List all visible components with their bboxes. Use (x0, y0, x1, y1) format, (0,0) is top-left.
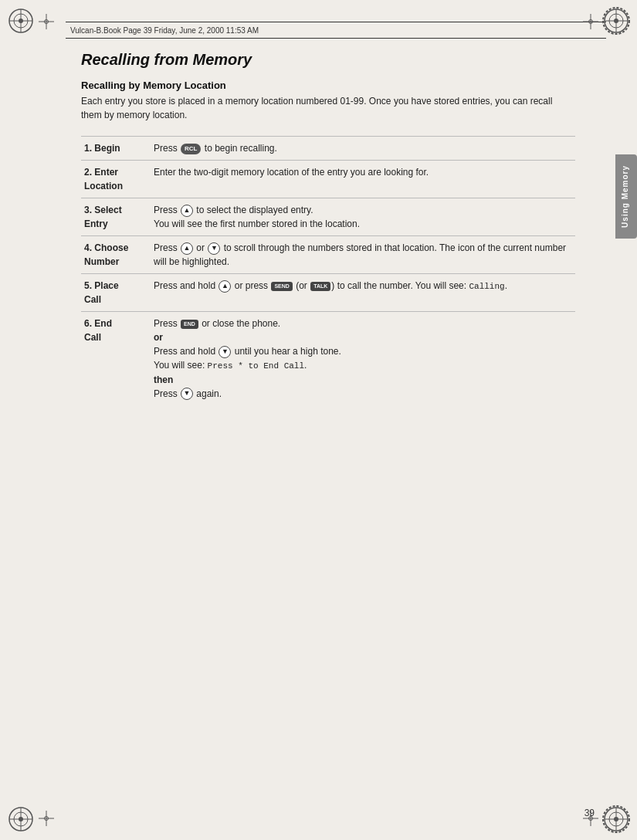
step-label-5: 5. PlaceCall (81, 274, 151, 312)
crosshair-bl (39, 811, 54, 826)
talk-button-icon: TALK (310, 282, 330, 292)
table-row: 6. EndCall Press END or close the phone.… (81, 312, 575, 405)
step-label-4: 4. ChooseNumber (81, 236, 151, 274)
step-desc-4: Press ▲ or ▼ to scroll through the numbe… (151, 236, 575, 274)
step-desc-5: Press and hold ▲ or press SEND (or TALK)… (151, 274, 575, 312)
table-row: 1. Begin Press RCL to begin recalling. (81, 137, 575, 161)
send-button-icon: SEND (271, 282, 292, 292)
header-bar: Vulcan-B.Book Page 39 Friday, June 2, 20… (66, 22, 606, 39)
step-label-3: 3. SelectEntry (81, 198, 151, 236)
step-desc-1: Press RCL to begin recalling. (151, 137, 575, 161)
down-button-icon: ▼ (219, 346, 231, 358)
down-button-icon: ▼ (208, 242, 220, 255)
then-keyword: then (154, 374, 173, 385)
section-heading: Recalling by Memory Location (81, 80, 575, 91)
table-row: 5. PlaceCall Press and hold ▲ or press S… (81, 274, 575, 312)
page-number: 39 (584, 808, 595, 818)
steps-table: 1. Begin Press RCL to begin recalling. 2… (81, 136, 575, 405)
display-text-2: Press * to End Call (208, 361, 304, 371)
step-label-6: 6. EndCall (81, 312, 151, 405)
rcl-button-icon: RCL (181, 144, 201, 154)
corner-tl (6, 6, 36, 36)
or-keyword: or (154, 332, 163, 343)
step-desc-3: Press ▲ to select the displayed entry. Y… (151, 198, 575, 236)
header-text: Vulcan-B.Book Page 39 Friday, June 2, 20… (70, 26, 259, 35)
table-row: 3. SelectEntry Press ▲ to select the dis… (81, 198, 575, 236)
table-row: 4. ChooseNumber Press ▲ or ▼ to scroll t… (81, 236, 575, 274)
side-tab: Using Memory (615, 154, 637, 239)
step-desc-6: Press END or close the phone. or Press a… (151, 312, 575, 405)
step-desc-2: Enter the two-digit memory location of t… (151, 161, 575, 198)
corner-br (601, 804, 631, 834)
step-label-1: 1. Begin (81, 137, 151, 161)
down-button-icon-2: ▼ (181, 388, 193, 400)
corner-bl (6, 804, 36, 834)
corner-tr (601, 6, 631, 36)
up-button-icon: ▲ (181, 242, 193, 255)
crosshair-tl (39, 14, 54, 29)
crosshair-tr (583, 14, 598, 29)
page-title: Recalling from Memory (81, 51, 575, 69)
page: Vulcan-B.Book Page 39 Friday, June 2, 20… (0, 0, 637, 840)
display-text: Calling (469, 282, 504, 291)
intro-text: Each entry you store is placed in a memo… (81, 94, 575, 122)
end-button-icon: END (181, 320, 198, 330)
table-row: 2. EnterLocation Enter the two-digit mem… (81, 161, 575, 198)
step-label-2: 2. EnterLocation (81, 161, 151, 198)
up-button-icon: ▲ (219, 280, 231, 293)
up-button-icon: ▲ (181, 205, 193, 217)
main-content: Recalling from Memory Recalling by Memor… (81, 48, 575, 794)
